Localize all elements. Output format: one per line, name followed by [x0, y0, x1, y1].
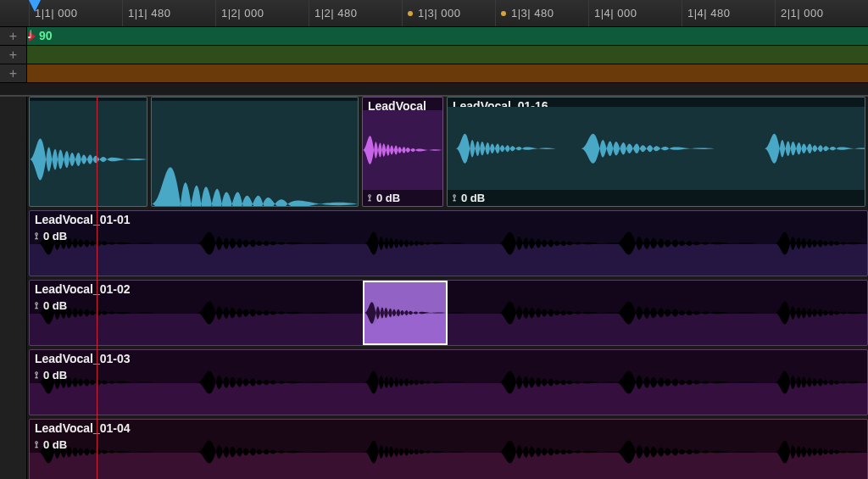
clip-name: LeadVocal_01-16 [448, 97, 865, 107]
ruler-tick[interactable]: 1|2| 000 [215, 0, 309, 26]
audio-clip[interactable]: LeadVocal_01-14⟟0 dB [151, 97, 359, 207]
clip-waveform[interactable] [152, 101, 358, 207]
arrange-area[interactable]: LeadVocal_01-1⟟0 dBLeadVocal_01-14⟟0 dBL… [0, 97, 868, 479]
ruler-tick[interactable]: 1|1| 000 [29, 0, 122, 26]
selected-region[interactable] [363, 281, 448, 345]
ruler-tick[interactable]: 1|4| 000 [588, 0, 682, 26]
clip-gain[interactable]: ⟟0 dB [448, 190, 865, 206]
tempo-value[interactable]: 90 [39, 29, 53, 42]
clip-gain[interactable]: ⟟0 dB [30, 437, 867, 453]
clip-waveform[interactable] [363, 110, 442, 190]
clip-name: LeadVocal_01-01 [30, 211, 867, 228]
ruler-tick[interactable]: 1|3| 000 [402, 0, 495, 26]
add-marker-button[interactable]: + [0, 46, 27, 64]
clip-name: LeadVocal_01-04 [30, 420, 867, 437]
tempo-note-icon: ♩ [27, 28, 32, 41]
clip-gain[interactable]: ⟟0 dB [30, 298, 867, 314]
take-lane[interactable]: LeadVocal_01-01⟟0 dB [29, 210, 868, 276]
ruler-tick[interactable]: 1|3| 480 [495, 0, 588, 26]
clip-name: LeadVocal_ [363, 97, 442, 110]
ruler-tick[interactable]: 2|1| 000 [775, 0, 868, 26]
take-lane[interactable]: LeadVocal_01-03⟟0 dB [29, 349, 868, 415]
tempo-lane[interactable]: + ♩ 90 [0, 27, 868, 46]
gain-icon: ⟟ [35, 439, 38, 450]
add-marker-button[interactable]: + [0, 64, 27, 82]
clip-gain[interactable]: ⟟0 dB [363, 190, 442, 206]
ruler-tick[interactable]: 1|1| 480 [122, 0, 215, 26]
clip-gain[interactable]: ⟟0 dB [30, 367, 867, 383]
track-gutter [0, 97, 27, 479]
take-lane[interactable]: LeadVocal_01-02⟟0 dB [29, 280, 868, 346]
track-1[interactable]: LeadVocal_01-1⟟0 dBLeadVocal_01-14⟟0 dBL… [29, 97, 868, 207]
clip-gain[interactable]: ⟟0 dB [30, 228, 867, 244]
clip-name: LeadVocal_01-03 [30, 350, 867, 367]
audio-clip[interactable]: LeadVocal_01-1⟟0 dB [29, 97, 147, 207]
gain-icon: ⟟ [368, 192, 371, 203]
audio-clip[interactable]: LeadVocal_⟟0 dB [362, 97, 443, 207]
audio-clip[interactable]: LeadVocal_01-16 ⟟0 dB [447, 97, 865, 207]
gain-icon: ⟟ [453, 192, 456, 203]
gain-icon: ⟟ [35, 231, 38, 242]
gain-icon: ⟟ [35, 370, 38, 381]
add-marker-button[interactable]: + [0, 27, 27, 45]
clip-waveform[interactable] [30, 101, 147, 207]
clip-name: LeadVocal_01-02 [30, 281, 867, 298]
marker-lane-3[interactable]: + [0, 64, 868, 83]
marker-lanes: + ♩ 90 + + [0, 27, 868, 83]
timeline-ruler[interactable]: 1|1| 0001|1| 4801|2| 0001|2| 4801|3| 000… [0, 0, 868, 27]
take-lane[interactable]: LeadVocal_01-04⟟0 dB [29, 419, 868, 479]
gain-icon: ⟟ [35, 300, 38, 311]
ruler-tick[interactable]: 1|4| 480 [682, 0, 775, 26]
marker-lane-2[interactable]: + [0, 46, 868, 64]
ruler-tick[interactable]: 1|2| 480 [309, 0, 402, 26]
clip-waveform[interactable] [448, 107, 865, 190]
